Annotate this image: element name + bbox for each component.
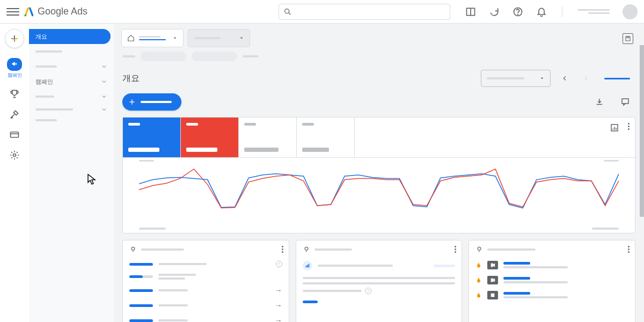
placeholder-text — [35, 50, 62, 53]
lightbulb-icon — [129, 246, 137, 253]
info-icon[interactable]: ? — [276, 261, 282, 267]
feedback-icon[interactable] — [620, 97, 630, 107]
chip-placeholder — [122, 55, 135, 57]
scrollbar[interactable] — [640, 24, 644, 322]
card-row[interactable]: ? — [129, 261, 282, 267]
info-icon[interactable]: ? — [365, 288, 371, 294]
chevron-down-icon — [101, 78, 107, 85]
chevron-left-icon — [561, 75, 568, 82]
line-chart — [139, 163, 619, 222]
card-menu-icon[interactable] — [628, 246, 630, 253]
expand-chart-icon[interactable] — [610, 123, 619, 133]
plus-icon — [9, 33, 20, 44]
svg-rect-19 — [626, 36, 630, 41]
svg-marker-39 — [491, 264, 493, 267]
insight-cards: ? → → → — [114, 240, 644, 322]
card-link[interactable] — [303, 301, 318, 303]
metric-tab-3[interactable] — [239, 118, 297, 157]
svg-point-1 — [285, 9, 289, 13]
performance-chart-card — [122, 117, 635, 233]
video-icon — [487, 261, 498, 269]
card-row[interactable] — [475, 276, 628, 284]
logo-text-google: Google — [38, 6, 69, 17]
fire-icon — [475, 276, 482, 284]
svg-rect-36 — [308, 264, 309, 268]
placeholder-text — [35, 96, 54, 98]
svg-marker-17 — [174, 38, 177, 39]
svg-marker-21 — [541, 78, 544, 79]
sidenav-item[interactable] — [29, 104, 114, 115]
chart-body — [123, 158, 635, 233]
sidenav-item-overview[interactable]: 개요 — [29, 29, 111, 44]
sidenav-item[interactable] — [29, 115, 114, 126]
card-row[interactable] — [475, 291, 628, 299]
download-icon[interactable] — [595, 97, 604, 107]
logo[interactable]: Google Ads — [24, 6, 87, 17]
filter-chip[interactable] — [141, 52, 186, 61]
placeholder-text — [35, 65, 57, 68]
svg-point-37 — [478, 247, 481, 250]
card-menu-icon[interactable] — [455, 246, 456, 253]
billing-icon[interactable] — [9, 129, 20, 140]
image-icon — [487, 291, 498, 299]
filter-chip[interactable] — [192, 52, 237, 61]
svg-marker-18 — [240, 38, 243, 39]
metric-tab-1[interactable] — [123, 118, 181, 157]
logo-text-ads: Ads — [71, 6, 87, 17]
user-avatar[interactable] — [623, 4, 638, 19]
search-input[interactable] — [279, 4, 450, 20]
card-row[interactable] — [475, 261, 628, 269]
sidenav-item-campaigns[interactable]: 캠페인 — [29, 74, 114, 89]
account-dropdown[interactable] — [121, 29, 184, 47]
sidenav-item[interactable] — [29, 59, 114, 74]
side-navigation: 개요 캠페인 — [29, 24, 114, 322]
svg-marker-40 — [493, 264, 495, 267]
notifications-icon[interactable] — [536, 6, 547, 17]
metric-tab-2[interactable] — [181, 118, 239, 157]
svg-rect-43 — [491, 294, 495, 297]
card-row[interactable]: → — [129, 316, 282, 322]
chart-menu-icon[interactable] — [628, 123, 630, 133]
hamburger-menu-icon[interactable] — [6, 5, 19, 18]
sidenav-item[interactable] — [29, 89, 114, 104]
chevron-down-icon — [101, 63, 107, 70]
save-icon[interactable] — [623, 33, 633, 44]
axis-label — [139, 228, 166, 230]
rail-item-campaigns[interactable]: 캠페인 — [7, 58, 22, 79]
scrollbar-thumb[interactable] — [640, 45, 644, 217]
card-row — [303, 261, 456, 270]
metric-tab-4[interactable] — [297, 118, 355, 157]
svg-point-16 — [13, 154, 16, 157]
date-range-dropdown[interactable] — [481, 70, 551, 87]
card-row[interactable] — [129, 274, 282, 280]
chip-placeholder — [243, 55, 259, 57]
next-period-button[interactable] — [579, 71, 594, 86]
refresh-icon[interactable] — [489, 6, 500, 17]
campaign-dropdown[interactable] — [188, 29, 250, 47]
prev-period-button[interactable] — [557, 71, 572, 86]
new-campaign-button[interactable] — [122, 93, 181, 111]
card-row[interactable]: → — [129, 301, 282, 310]
settings-icon[interactable] — [9, 150, 20, 160]
chevron-down-icon — [101, 93, 107, 100]
card-menu-icon[interactable] — [282, 246, 283, 253]
reports-icon[interactable] — [465, 6, 476, 17]
lightbulb-icon — [475, 246, 483, 253]
main-content: 개요 — [114, 24, 644, 322]
create-button[interactable] — [5, 29, 24, 48]
megaphone-icon — [10, 61, 19, 67]
svg-point-0 — [25, 14, 27, 16]
google-ads-logo-icon — [24, 6, 34, 17]
help-icon[interactable] — [513, 6, 523, 17]
card-row[interactable]: → — [129, 286, 282, 295]
sidenav-item[interactable] — [29, 44, 114, 59]
axis-label — [604, 160, 619, 162]
placeholder-text — [35, 108, 73, 111]
fire-icon — [475, 291, 482, 299]
video-icon — [487, 276, 498, 284]
trophy-icon[interactable] — [9, 89, 20, 99]
arrow-right-icon: → — [275, 301, 282, 310]
tools-icon[interactable] — [9, 109, 20, 120]
caret-down-icon — [172, 35, 178, 41]
sidenav-label: 개요 — [35, 33, 47, 41]
